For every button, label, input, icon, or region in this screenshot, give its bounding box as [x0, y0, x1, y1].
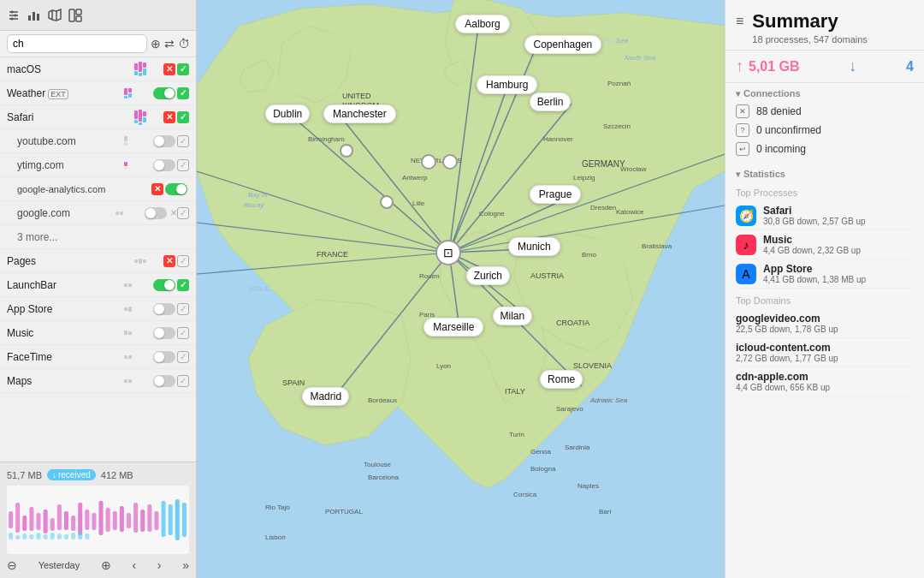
- toggle-switch[interactable]: [165, 183, 187, 195]
- received-badge: ↓ received: [47, 469, 96, 480]
- layout-icon[interactable]: [68, 9, 82, 22]
- usage-bars: [124, 327, 150, 339]
- process-name-safari: Safari: [763, 205, 866, 217]
- allow-icon[interactable]: ✓: [177, 351, 189, 363]
- next-button[interactable]: ›: [157, 558, 162, 572]
- safari-icon: 🧭: [736, 206, 756, 226]
- svg-text:Turin: Turin: [509, 431, 524, 438]
- list-item[interactable]: Safari ✕ ✓: [0, 105, 196, 129]
- process-item-appstore[interactable]: A App Store 4,41 GB down, 1,38 MB up: [736, 259, 914, 289]
- search-input[interactable]: [7, 34, 147, 53]
- allow-icon[interactable]: ✓: [177, 327, 189, 339]
- svg-rect-12: [9, 511, 13, 528]
- svg-text:Toulouse: Toulouse: [364, 461, 392, 468]
- list-item[interactable]: Pages ✕ ✓: [0, 249, 196, 273]
- svg-text:Szczecin: Szczecin: [603, 122, 631, 130]
- svg-text:Biscay: Biscay: [244, 201, 265, 209]
- list-item-more[interactable]: 3 more...: [0, 225, 196, 249]
- sliders-icon[interactable]: [7, 9, 21, 22]
- allow-icon[interactable]: ✓: [177, 375, 189, 387]
- svg-text:Lille: Lille: [412, 200, 425, 207]
- list-item[interactable]: youtube.com ✓: [0, 129, 196, 153]
- svg-rect-30: [133, 503, 138, 533]
- usage-bars: [124, 159, 150, 171]
- right-panel: ≡ Summary 18 processes, 547 domains ↑ 5,…: [725, 0, 924, 578]
- svg-point-3: [11, 10, 14, 13]
- allow-icon[interactable]: ✓: [177, 303, 189, 315]
- svg-text:Cologne: Cologne: [479, 210, 505, 217]
- search-type-icon[interactable]: ⇄: [164, 37, 175, 51]
- process-item-music[interactable]: ♪ Music 4,4 GB down, 2,32 GB up: [736, 230, 914, 259]
- process-name-music: Music: [763, 234, 861, 246]
- toggle-switch[interactable]: [153, 135, 175, 147]
- list-item[interactable]: FaceTime ✓: [0, 345, 196, 369]
- search-add-icon[interactable]: ⊕: [151, 37, 161, 51]
- svg-text:Hannover: Hannover: [543, 135, 573, 143]
- process-item-safari[interactable]: 🧭 Safari 30,8 GB down, 2,57 GB up: [736, 201, 914, 230]
- list-item[interactable]: Maps ✓: [0, 369, 196, 393]
- usage-bars: [134, 255, 160, 267]
- allow-icon[interactable]: ✓: [177, 63, 189, 75]
- map-icon[interactable]: [48, 9, 62, 22]
- prev-button[interactable]: ‹: [133, 558, 137, 572]
- domain-stats-3: 4,4 GB down, 656 KB up: [736, 383, 914, 392]
- deny-icon[interactable]: ✕: [163, 63, 175, 75]
- allow-icon[interactable]: ✓: [177, 87, 189, 99]
- list-item[interactable]: ytimg.com ✓: [0, 153, 196, 177]
- list-item[interactable]: LaunchBar ✓: [0, 273, 196, 297]
- toggle-switch[interactable]: [145, 207, 167, 219]
- svg-rect-24: [92, 513, 96, 530]
- hamburger-icon[interactable]: ≡: [736, 14, 743, 29]
- connection-item-unconfirmed: ? 0 unconfirmed: [736, 121, 914, 140]
- dot-london: [340, 144, 353, 158]
- svg-rect-14: [22, 515, 27, 531]
- allow-icon[interactable]: ✓: [177, 207, 189, 219]
- svg-rect-11: [76, 16, 81, 21]
- list-item[interactable]: google-analytics.com ✕: [0, 177, 196, 201]
- allow-icon[interactable]: ✓: [177, 111, 189, 123]
- svg-rect-8: [37, 14, 39, 21]
- toggle-switch[interactable]: [153, 87, 175, 99]
- bar-chart-icon[interactable]: [27, 9, 41, 22]
- received-label: received: [58, 470, 91, 480]
- zoom-in-button[interactable]: ⊕: [101, 558, 111, 572]
- list-item[interactable]: Music ✓: [0, 321, 196, 345]
- sidebar-list: macOS ✕ ✓ WeatherEXT ✓ Safari: [0, 57, 196, 462]
- toggle-switch[interactable]: [153, 279, 175, 291]
- toggle-switch[interactable]: [153, 375, 175, 387]
- panel-header: ≡ Summary 18 processes, 547 domains: [726, 0, 924, 51]
- toggle-switch[interactable]: [153, 159, 175, 171]
- chevron-down-icon: ▾: [736, 89, 740, 98]
- list-item[interactable]: WeatherEXT ✓: [0, 81, 196, 105]
- connections-section-header[interactable]: ▾ Connections: [726, 83, 924, 102]
- svg-text:Dresden: Dresden: [590, 204, 616, 212]
- deny-icon[interactable]: ✕: [163, 111, 175, 123]
- svg-text:Katowice: Katowice: [616, 208, 644, 216]
- toggle-switch[interactable]: [153, 351, 175, 363]
- zoom-out-button[interactable]: ⊖: [7, 558, 17, 572]
- usage-bars: [124, 87, 150, 99]
- allow-icon[interactable]: ✓: [177, 135, 189, 147]
- list-item[interactable]: google.com ✕ ✓: [0, 201, 196, 225]
- svg-rect-42: [36, 533, 40, 539]
- next-double-button[interactable]: »: [182, 558, 189, 572]
- toggle-switch[interactable]: [153, 327, 175, 339]
- allow-icon[interactable]: ✓: [177, 255, 189, 267]
- search-history-icon[interactable]: ⏱: [178, 37, 190, 51]
- toggle-switch[interactable]: [153, 303, 175, 315]
- svg-text:Sarajevo: Sarajevo: [556, 405, 583, 413]
- svg-text:FRANCE: FRANCE: [317, 250, 348, 259]
- svg-rect-40: [22, 533, 27, 539]
- svg-rect-31: [140, 509, 145, 532]
- deny-icon[interactable]: ✕: [163, 255, 175, 267]
- statistics-section-header[interactable]: ▾ Statistics: [726, 164, 924, 182]
- svg-text:Bologna: Bologna: [530, 465, 556, 473]
- list-item[interactable]: macOS ✕ ✓: [0, 57, 196, 81]
- allow-icon[interactable]: ✓: [177, 159, 189, 171]
- allow-icon[interactable]: ✓: [177, 279, 189, 291]
- svg-text:SPAIN: SPAIN: [282, 378, 305, 387]
- deny-icon[interactable]: ✕: [151, 183, 163, 195]
- list-item[interactable]: App Store ✓: [0, 297, 196, 321]
- svg-text:Lyon: Lyon: [436, 362, 451, 370]
- svg-point-5: [11, 17, 14, 20]
